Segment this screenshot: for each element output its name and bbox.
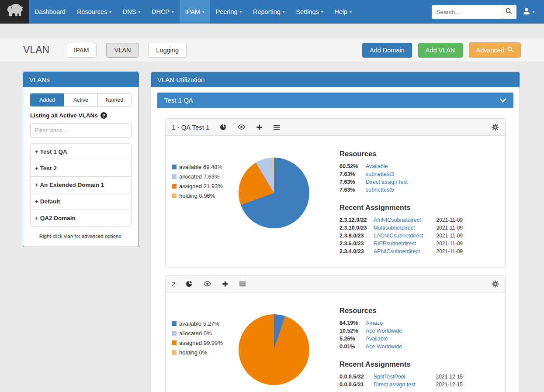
resource-percent: 7.63%	[340, 179, 362, 185]
resource-link[interactable]: Direct assign test	[366, 179, 408, 185]
resource-row: 7.63% subnettest5	[340, 187, 463, 193]
resource-percent: 60.52%	[340, 163, 362, 169]
elephant-logo-icon	[5, 3, 24, 21]
legend-item[interactable]: available 69.48%	[172, 164, 235, 170]
plus-icon[interactable]	[256, 124, 262, 130]
recent-assignments-heading: Recent Assignments	[340, 203, 463, 212]
user-icon	[523, 7, 530, 17]
listing-label-text: Listing all Active VLANs	[30, 112, 98, 119]
vlan-filter-input[interactable]	[30, 123, 132, 138]
resource-percent: 10.52%	[340, 328, 362, 334]
assignment-cidr: 0.0.0.6/31	[340, 382, 370, 388]
nav-item-help[interactable]: Help▾	[329, 0, 357, 24]
listing-label: Listing all Active VLANs ?	[30, 112, 132, 119]
resource-link[interactable]: subnettest3	[366, 171, 394, 177]
tab-vlan[interactable]: VLAN	[106, 43, 139, 58]
eye-icon[interactable]	[238, 124, 245, 130]
add-vlan-button[interactable]: Add VLAN	[418, 43, 463, 58]
tab-active[interactable]: Active	[64, 93, 98, 107]
resource-link[interactable]: Ace Worldwide	[366, 328, 402, 334]
vlan-list-item[interactable]: + Default	[31, 193, 131, 210]
resource-row: 0.01% Ace Worldwide	[340, 344, 463, 350]
pie-legend: available 69.48% allocated 7.63% assigne…	[169, 147, 235, 256]
resource-link[interactable]: subnettest5	[366, 187, 394, 193]
vlan-list-item[interactable]: + An Extended Domain 1	[31, 176, 131, 193]
gear-icon[interactable]	[492, 124, 499, 131]
search-button[interactable]	[501, 5, 516, 19]
eye-icon[interactable]	[204, 281, 211, 286]
vlan-stats: Resources 84.19% Amazo 10.52% Ace Worldw…	[340, 304, 463, 389]
pie-chart-icon[interactable]	[220, 124, 226, 131]
legend-label: assigned 99.99%	[179, 340, 223, 346]
pie-chart-icon[interactable]	[186, 281, 192, 287]
vlan-box-body: available 69.48% allocated 7.63% assigne…	[166, 136, 505, 268]
assignment-link[interactable]: AfriNICsubnetdirect	[374, 217, 421, 223]
vlan-box-2: 2	[165, 275, 506, 392]
assignment-link[interactable]: Multisubnetdirect	[374, 225, 415, 231]
help-icon[interactable]: ?	[100, 112, 107, 119]
chevron-down-icon[interactable]	[499, 98, 506, 103]
assignment-link[interactable]: RIPEsubnetdirect	[374, 241, 416, 247]
legend-item[interactable]: assigned 99.99%	[172, 340, 235, 346]
search-icon	[506, 8, 512, 16]
nav-item-dhcp[interactable]: DHCP▾	[146, 0, 180, 24]
nav-item-ipam[interactable]: IPAM▾	[180, 0, 210, 24]
recent-assignments-list: 2.3.12.0/22 AfriNICsubnetdirect 2021-11-…	[340, 217, 463, 254]
legend-label: assigned 21.93%	[179, 183, 223, 189]
add-domain-button[interactable]: Add Domain	[362, 43, 412, 58]
app-logo[interactable]	[0, 0, 29, 24]
caret-down-icon: ▾	[172, 10, 174, 14]
legend-swatch	[172, 350, 177, 355]
nav-item-resources[interactable]: Resources▾	[71, 0, 117, 24]
legend-item[interactable]: allocated 0%	[172, 330, 235, 337]
menu-icon[interactable]	[274, 125, 280, 130]
utilization-pie-chart[interactable]	[239, 314, 309, 385]
page-header: VLAN IPAM VLAN Logging Add Domain Add VL…	[0, 38, 544, 62]
domain-group-header[interactable]: Test 1 QA	[157, 93, 513, 108]
resource-percent: 0.01%	[340, 344, 362, 350]
advanced-search-button[interactable]: Advanced	[469, 42, 521, 58]
resource-link[interactable]: Ace Worldwide	[366, 344, 402, 350]
assignment-link[interactable]: SplitTestPool	[374, 374, 405, 380]
nav-item-peering[interactable]: Peering▾	[210, 0, 247, 24]
resource-link[interactable]: Available	[366, 336, 388, 342]
legend-item[interactable]: assigned 21.93%	[172, 183, 235, 189]
tab-ipam[interactable]: IPAM	[66, 43, 97, 58]
assignment-link[interactable]: APNICsubnetdirect	[374, 248, 420, 254]
legend-item[interactable]: available 5.27%	[172, 320, 235, 327]
resource-link[interactable]: Amazo	[366, 320, 383, 326]
resource-percent: 7.63%	[340, 187, 362, 193]
nav-item-settings[interactable]: Settings▾	[290, 0, 329, 24]
tab-logging[interactable]: Logging	[148, 43, 187, 58]
assignment-date: 2021-12-15	[436, 374, 463, 380]
legend-item[interactable]: allocated 7.63%	[172, 173, 235, 180]
assignment-row: 0.0.0.5/32 SplitTestPool 2021-12-15	[340, 374, 463, 380]
vlan-list-item[interactable]: + QA2 Domain	[31, 210, 131, 226]
legend-item[interactable]: holding 0.96%	[172, 193, 235, 199]
tab-named[interactable]: Named	[97, 93, 132, 107]
assignment-cidr: 2.3.6.0/23	[340, 241, 370, 247]
resource-link[interactable]: Available	[366, 163, 388, 169]
utilization-pie-chart[interactable]	[239, 158, 309, 228]
vlan-list-item[interactable]: + Test 1 QA	[31, 144, 131, 160]
gear-icon[interactable]	[492, 280, 499, 288]
user-menu[interactable]: ▾	[516, 7, 540, 17]
nav-item-reporting[interactable]: Reporting▾	[247, 0, 290, 24]
search-input[interactable]	[432, 5, 501, 19]
vlan-list-item[interactable]: + Test 2	[31, 160, 131, 176]
resource-row: 10.52% Ace Worldwide	[340, 328, 463, 334]
menu-icon[interactable]	[239, 282, 246, 286]
nav-item-dns[interactable]: DNS▾	[117, 0, 146, 24]
main-menu: Dashboard Resources▾ DNS▾ DHCP▾ IPAM▾ Pe…	[29, 0, 357, 24]
nav-item-dashboard[interactable]: Dashboard	[29, 0, 71, 24]
assignment-link[interactable]: LACNICsubnetdirect	[374, 233, 423, 239]
vlan-box-title: 1 - QA Test 1	[172, 124, 209, 131]
tab-added[interactable]: Added	[30, 93, 64, 107]
recent-assignments-list: 0.0.0.5/32 SplitTestPool 2021-12-15 0.0.…	[340, 374, 463, 388]
legend-label: holding 0.96%	[179, 193, 215, 199]
plus-icon[interactable]	[222, 281, 228, 287]
pie-chart-area	[235, 147, 313, 256]
button-label: Advanced	[476, 47, 505, 54]
legend-item[interactable]: holding 0%	[172, 349, 235, 356]
assignment-link[interactable]: Direct assign test	[374, 382, 416, 388]
